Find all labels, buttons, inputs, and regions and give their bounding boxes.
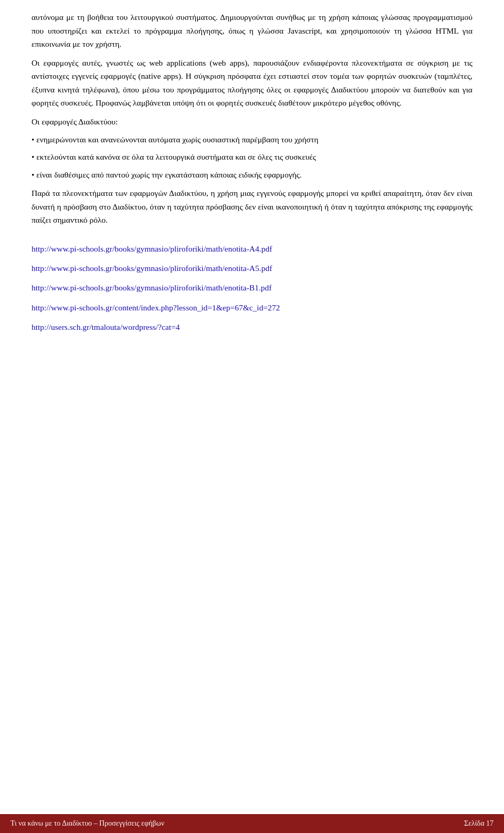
link-4[interactable]: http://www.pi-schools.gr/content/index.p… [32,301,472,314]
paragraph-1: αυτόνομα με τη βοήθεια του λειτουργικού … [32,11,472,51]
page-content: αυτόνομα με τη βοήθεια του λειτουργικού … [0,0,504,382]
link-3[interactable]: http://www.pi-schools.gr/books/gymnasio/… [32,282,472,294]
footer-title: Τι να κάνω με το Διαδίκτυο – Προσεγγίσει… [10,819,164,828]
paragraph-4-text: Παρά τα πλεονεκτήματα των εφαρμογών Διαδ… [32,186,472,227]
paragraph-2: Οι εφαρμογές αυτές, γνωστές ως web appli… [32,56,472,110]
link-1[interactable]: http://www.pi-schools.gr/books/gymnasio/… [32,243,472,255]
paragraph-2-text: Οι εφαρμογές αυτές, γνωστές ως web appli… [32,56,472,110]
paragraph-3: Οι εφαρμογές Διαδικτύου: • ενημερώνονται… [32,115,472,181]
footer-bar: Τι να κάνω με το Διαδίκτυο – Προσεγγίσει… [0,814,504,833]
bullet-2-text: • εκτελούνται κατά κανόνα σε όλα τα λειτ… [32,150,472,164]
bullet-1-text: • ενημερώνονται και ανανεώνονται αυτόματ… [32,133,472,147]
bullet-3-text: • είναι διαθέσιμες από παντού χωρίς την … [32,168,472,182]
link-2[interactable]: http://www.pi-schools.gr/books/gymnasio/… [32,262,472,274]
paragraph-3-text: Οι εφαρμογές Διαδικτύου: [32,115,472,129]
paragraph-1-text: αυτόνομα με τη βοήθεια του λειτουργικού … [32,11,472,51]
link-5[interactable]: http://users.sch.gr/tmalouta/wordpress/?… [32,321,472,333]
links-section: http://www.pi-schools.gr/books/gymnasio/… [32,243,472,333]
footer-page-number: Σελίδα 17 [464,819,494,828]
paragraph-4: Παρά τα πλεονεκτήματα των εφαρμογών Διαδ… [32,186,472,227]
